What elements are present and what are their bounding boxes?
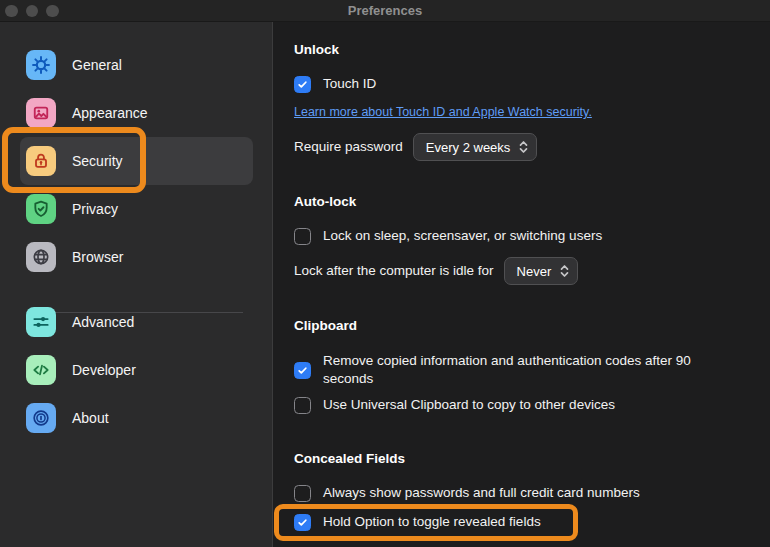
clipboard-section-heading: Clipboard [294,318,357,333]
lock-on-sleep-checkbox[interactable] [294,228,311,245]
preferences-window: Preferences General [0,0,770,547]
hold-option-checkbox[interactable] [294,514,311,531]
require-password-label: Require password [294,138,403,156]
remove-copied-checkbox-row[interactable]: Remove copied information and authentica… [294,352,733,388]
universal-clipboard-checkbox[interactable] [294,397,311,414]
chevron-up-down-icon [560,264,569,278]
sidebar-item-browser[interactable]: Browser [20,233,253,281]
always-show-label: Always show passwords and full credit ca… [323,484,640,502]
always-show-checkbox[interactable] [294,485,311,502]
auto-lock-section-heading: Auto-lock [294,194,356,209]
sidebar: General Appearance Securi [0,22,273,547]
sidebar-item-label: Advanced [72,314,134,330]
sidebar-item-label: Privacy [72,201,118,217]
remove-copied-checkbox[interactable] [294,362,311,379]
image-icon [26,98,56,128]
sidebar-item-security[interactable]: Security [20,137,253,185]
touch-id-checkbox-row[interactable]: Touch ID [294,75,376,93]
shield-check-icon [26,194,56,224]
sidebar-item-label: Developer [72,362,136,378]
hold-option-checkbox-row[interactable]: Hold Option to toggle revealed fields [294,513,541,531]
sidebar-item-label: Browser [72,249,123,265]
concealed-fields-section-heading: Concealed Fields [294,451,405,466]
sidebar-item-appearance[interactable]: Appearance [20,89,253,137]
gear-icon [26,50,56,80]
sidebar-item-label: About [72,410,109,426]
code-icon [26,355,56,385]
lock-icon [26,146,56,176]
window-title: Preferences [0,0,770,22]
touch-id-checkbox[interactable] [294,76,311,93]
unlock-section-heading: Unlock [294,42,339,57]
sidebar-item-privacy[interactable]: Privacy [20,185,253,233]
sidebar-item-advanced[interactable]: Advanced [20,298,253,346]
sidebar-item-developer[interactable]: Developer [20,346,253,394]
idle-lock-value: Never [517,264,552,279]
remove-copied-label: Remove copied information and authentica… [323,352,733,388]
sidebar-item-general[interactable]: General [20,41,253,89]
title-bar: Preferences [0,0,770,22]
onepassword-logo-icon [26,403,56,433]
security-settings-panel: Unlock Touch ID Learn more about Touch I… [274,22,770,547]
lock-on-sleep-label: Lock on sleep, screensaver, or switching… [323,227,602,245]
require-password-dropdown[interactable]: Every 2 weeks [413,133,538,161]
always-show-checkbox-row[interactable]: Always show passwords and full credit ca… [294,484,640,502]
idle-lock-dropdown[interactable]: Never [504,257,579,285]
sidebar-item-label: Security [72,153,123,169]
sliders-icon [26,307,56,337]
globe-icon [26,242,56,272]
universal-clipboard-checkbox-row[interactable]: Use Universal Clipboard to copy to other… [294,396,615,414]
sidebar-item-label: General [72,57,122,73]
lock-on-sleep-checkbox-row[interactable]: Lock on sleep, screensaver, or switching… [294,227,602,245]
universal-clipboard-label: Use Universal Clipboard to copy to other… [323,396,615,414]
chevron-up-down-icon [519,140,528,154]
require-password-value: Every 2 weeks [426,140,511,155]
touch-id-label: Touch ID [323,75,376,93]
learn-more-link[interactable]: Learn more about Touch ID and Apple Watc… [294,105,592,119]
sidebar-item-about[interactable]: About [20,394,253,442]
hold-option-label: Hold Option to toggle revealed fields [323,513,541,531]
sidebar-item-label: Appearance [72,105,148,121]
idle-lock-label: Lock after the computer is idle for [294,262,494,280]
